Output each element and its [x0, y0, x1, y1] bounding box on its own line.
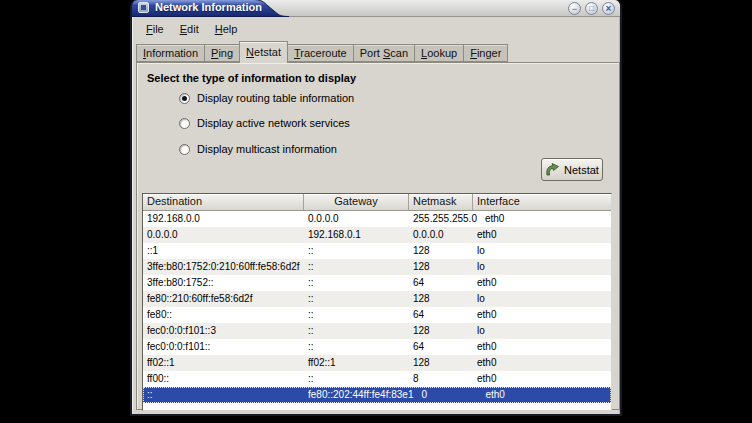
netstat-button[interactable]: Netstat — [541, 158, 603, 181]
radio-label: Display multicast information — [197, 143, 337, 155]
table-row[interactable]: fe80:: :: 64 eth0 — [143, 307, 611, 323]
tab-netstat[interactable]: Netstat — [239, 41, 288, 63]
table-row[interactable]: 3ffe:b80:1752:: :: 64 eth0 — [143, 275, 611, 291]
column-header-netmask[interactable]: Netmask — [409, 194, 473, 210]
minimize-icon[interactable]: − — [568, 2, 581, 15]
table-row-selected[interactable]: :: fe80::202:44ff:fe4f:83e1 0 eth0 — [143, 387, 611, 403]
close-icon[interactable]: × — [602, 2, 615, 15]
tab-lookup[interactable]: Lookup — [414, 44, 464, 62]
radio-routing-table[interactable]: Display routing table information — [179, 90, 354, 106]
tab-ping[interactable]: Ping — [204, 44, 240, 62]
routing-table: Destination Gateway Netmask Interface 19… — [142, 193, 612, 411]
titlebar[interactable]: Network Information − □ × — [132, 0, 620, 17]
tab-information[interactable]: Information — [136, 44, 205, 62]
menu-edit[interactable]: Edit — [172, 20, 207, 38]
radio-button-icon[interactable] — [179, 144, 190, 155]
column-header-destination[interactable]: Destination — [143, 194, 304, 210]
table-row[interactable]: fec0:0:0:f101:: :: 64 eth0 — [143, 339, 611, 355]
network-information-window: Network Information − □ × File Edit Help… — [130, 0, 622, 416]
netstat-run-icon — [545, 163, 560, 176]
radio-label: Display routing table information — [197, 92, 354, 104]
table-row[interactable]: 0.0.0.0 192.168.0.1 0.0.0.0 eth0 — [143, 227, 611, 243]
tab-traceroute[interactable]: Traceroute — [287, 44, 354, 62]
radio-active-services[interactable]: Display active network services — [179, 115, 350, 131]
menubar: File Edit Help — [132, 17, 620, 40]
tab-finger[interactable]: Finger — [463, 44, 508, 62]
window-controls: − □ × — [568, 2, 615, 15]
table-row[interactable]: ff02::1 ff02::1 128 eth0 — [143, 355, 611, 371]
radio-button-icon[interactable] — [179, 118, 190, 129]
table-row[interactable]: 3ffe:b80:1752:0:210:60ff:fe58:6d2f :: 12… — [143, 259, 611, 275]
network-information-icon — [138, 2, 149, 13]
table-row[interactable]: ff00:: :: 8 eth0 — [143, 371, 611, 387]
window-title: Network Information — [155, 1, 262, 13]
tab-port-scan[interactable]: Port Scan — [353, 44, 415, 62]
maximize-icon[interactable]: □ — [585, 2, 598, 15]
radio-label: Display active network services — [197, 117, 350, 129]
table-row[interactable]: fe80::210:60ff:fe58:6d2f :: 128 lo — [143, 291, 611, 307]
table-header: Destination Gateway Netmask Interface — [143, 194, 611, 211]
table-row[interactable]: fec0:0:0:f101::3 :: 128 lo — [143, 323, 611, 339]
menu-help[interactable]: Help — [207, 20, 246, 38]
titlebar-tab[interactable]: Network Information — [131, 0, 289, 17]
netstat-button-label: Netstat — [564, 164, 599, 176]
section-label: Select the type of information to displa… — [147, 72, 356, 84]
column-header-interface[interactable]: Interface — [473, 194, 611, 210]
menu-file[interactable]: File — [138, 20, 172, 38]
tab-strip: Information Ping Netstat Traceroute Port… — [136, 41, 507, 62]
table-row[interactable]: ::1 :: 128 lo — [143, 243, 611, 259]
netstat-page: Select the type of information to displa… — [136, 62, 620, 410]
radio-button-icon[interactable] — [179, 93, 190, 104]
radio-multicast[interactable]: Display multicast information — [179, 141, 337, 157]
column-header-gateway[interactable]: Gateway — [304, 194, 409, 210]
table-row[interactable]: 192.168.0.0 0.0.0.0 255.255.255.0 eth0 — [143, 211, 611, 227]
